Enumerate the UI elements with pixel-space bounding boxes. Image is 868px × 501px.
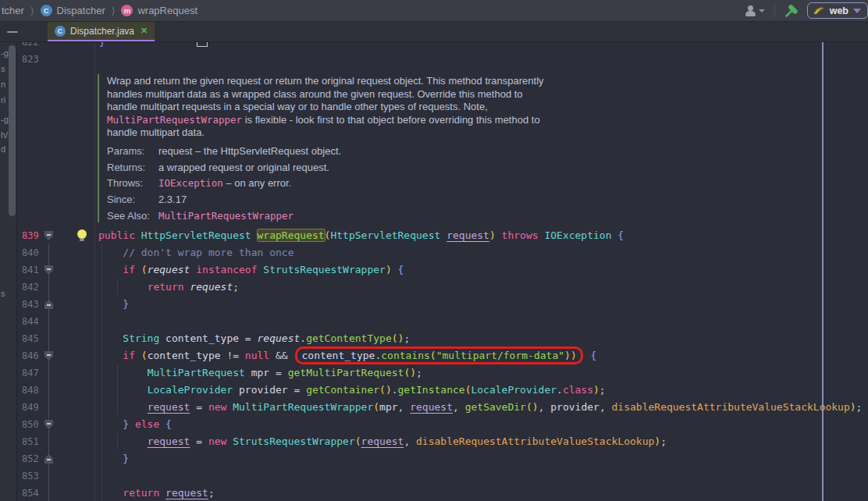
breadcrumb-item[interactable]: wrapRequest xyxy=(137,5,197,16)
run-configuration-select[interactable]: web xyxy=(807,2,868,19)
breadcrumb-bar: tcher⟩CDispatcher⟩mwrapRequest web xyxy=(0,0,868,22)
code-line[interactable]: return request; xyxy=(98,485,215,501)
code-line[interactable]: request = new MultiPartRequestWrapper(mp… xyxy=(98,399,862,416)
doc-text: Wrap and return the given request or ret… xyxy=(107,75,544,87)
ide-window: { "breadcrumb_bar": { "separator": "⟩", … xyxy=(0,0,868,501)
tab-dispatcher-java[interactable]: C Dispatcher.java ✕ xyxy=(48,22,155,41)
code-reference: IOException xyxy=(158,177,223,189)
tree-item-fragment: n xyxy=(1,80,5,89)
line-number[interactable]: 852 xyxy=(22,450,48,467)
doc-value: request – the HttpServletRequest object. xyxy=(158,145,341,157)
method-icon: m xyxy=(121,5,133,16)
code-reference: MultiPartRequestWrapper xyxy=(107,114,242,126)
code-line[interactable]: return request; xyxy=(98,279,239,296)
code-line[interactable]: } xyxy=(98,450,129,467)
hammer-icon xyxy=(784,3,799,18)
line-number[interactable]: 850 xyxy=(22,416,48,433)
javadoc-description: Wrap and return the given request or ret… xyxy=(107,75,544,140)
toolbar-divider xyxy=(774,5,775,17)
javadoc-section-label: Returns: xyxy=(107,160,158,176)
line-number[interactable]: 853 xyxy=(22,467,48,485)
class-icon: C xyxy=(41,5,52,16)
line-number[interactable]: 843 xyxy=(22,296,48,313)
javadoc-section-label: See Also: xyxy=(107,208,158,225)
tree-item-fragment: -g xyxy=(1,48,9,58)
user-icon xyxy=(745,5,757,16)
javadoc-section-label: Since: xyxy=(107,192,158,208)
javadoc-section: Params:request – the HttpServletRequest … xyxy=(107,144,341,160)
tree-item-fragment: s xyxy=(1,64,5,73)
line-number[interactable]: 841 xyxy=(22,261,48,279)
right-margin-guide xyxy=(822,42,824,501)
doc-value: 2.3.17 xyxy=(158,194,187,205)
javadoc-sections: Params:request – the HttpServletRequest … xyxy=(107,144,341,224)
javadoc-line: Wrap and return the given request or ret… xyxy=(107,75,544,88)
tree-item-fragment: h/ xyxy=(1,130,8,140)
javadoc-section: Returns:a wrapped request or original re… xyxy=(107,160,341,176)
code-line[interactable]: MultiPartRequest mpr = getMultiPartReque… xyxy=(98,364,422,382)
line-number[interactable]: 844 xyxy=(22,313,48,330)
code-line[interactable]: LocaleProvider provider = getContainer()… xyxy=(98,382,606,399)
code-editor[interactable]: 822 } 823 Wrap and return the given requ… xyxy=(0,42,868,501)
close-tab-icon[interactable]: ✕ xyxy=(139,26,148,36)
chevron-down-icon xyxy=(853,9,861,13)
code-line[interactable]: if (request instanceof StrutsRequestWrap… xyxy=(98,261,404,279)
annotation-highlight-box: content_type.contains("multipart/form-da… xyxy=(295,346,582,364)
javadoc-line: handle multipart requests in a special w… xyxy=(107,101,544,114)
hide-panel-icon[interactable] xyxy=(7,31,18,33)
javadoc-line: handle multipart data. xyxy=(107,126,544,140)
breadcrumb-item[interactable]: Dispatcher xyxy=(57,5,105,16)
struts-icon xyxy=(813,5,825,16)
doc-value: a wrapped request or original request. xyxy=(158,162,329,173)
line-number[interactable]: 851 xyxy=(22,433,48,450)
tree-item-fragment: -g xyxy=(1,115,9,124)
toolbar-right: web xyxy=(745,2,868,19)
line-number[interactable]: 839 xyxy=(22,227,48,244)
tab-title: Dispatcher.java xyxy=(70,26,134,37)
breadcrumb-separator: ⟩ xyxy=(30,5,34,16)
folded-region-marker[interactable] xyxy=(197,42,208,47)
code-line[interactable]: } else { xyxy=(98,416,172,433)
line-number[interactable]: 849 xyxy=(22,399,48,416)
javadoc-section: Throws:IOException – on any error. xyxy=(107,176,341,192)
breadcrumb: tcher⟩CDispatcher⟩mwrapRequest xyxy=(0,5,197,16)
user-menu[interactable] xyxy=(745,5,765,16)
intention-bulb-icon[interactable] xyxy=(77,229,87,241)
line-number[interactable]: 846 xyxy=(22,347,48,364)
code-line[interactable]: } xyxy=(98,296,129,313)
doc-text: handle multipart data. xyxy=(107,126,205,138)
line-number[interactable]: 848 xyxy=(22,382,48,399)
project-panel-edge[interactable]: -gsnri-gh/ds xyxy=(0,42,17,501)
line-number[interactable]: 823 xyxy=(22,51,48,68)
code-line[interactable]: request = new StrutsRequestWrapper(reque… xyxy=(98,433,667,450)
run-configuration-label: web xyxy=(830,5,848,16)
code-line[interactable]: if (content_type != null && content_type… xyxy=(98,347,596,364)
code-line[interactable]: public HttpServletRequest wrapRequest(Ht… xyxy=(98,227,624,244)
tree-item-fragment: ri xyxy=(1,95,5,105)
line-number[interactable]: 822 xyxy=(22,42,48,51)
code-line[interactable]: String content_type = request.getContent… xyxy=(98,330,410,347)
project-scrollbar[interactable] xyxy=(9,45,16,216)
line-number[interactable]: 847 xyxy=(22,364,48,382)
line-number[interactable]: 842 xyxy=(22,279,48,296)
line-number[interactable]: 840 xyxy=(22,244,48,261)
doc-text: handle multipart requests in a special w… xyxy=(107,101,488,112)
line-number[interactable]: 845 xyxy=(22,330,48,347)
code-line[interactable]: } xyxy=(99,42,105,51)
tree-item-fragment: d xyxy=(1,144,5,154)
identifier-highlight: wrapRequest xyxy=(258,229,325,241)
doc-value: – on any error. xyxy=(223,177,291,189)
class-file-icon: C xyxy=(55,26,66,37)
doc-text: handles multipart data as a wrapped clas… xyxy=(107,88,523,100)
build-button[interactable] xyxy=(784,3,799,18)
editor-tab-bar: C Dispatcher.java ✕ xyxy=(0,22,868,42)
javadoc-render-rail xyxy=(98,74,99,222)
line-number[interactable]: 854 xyxy=(22,485,48,501)
gutter-border xyxy=(94,42,95,501)
doc-text: is flexible - look first to that object … xyxy=(242,114,540,126)
javadoc-section: Since:2.3.17 xyxy=(107,192,341,208)
code-line[interactable]: // don't wrap more than once xyxy=(98,244,293,261)
breadcrumb-item[interactable]: tcher xyxy=(2,5,24,16)
tree-item-fragment: s xyxy=(1,289,5,298)
javadoc-line: MultiPartRequestWrapper is flexible - lo… xyxy=(107,114,544,127)
